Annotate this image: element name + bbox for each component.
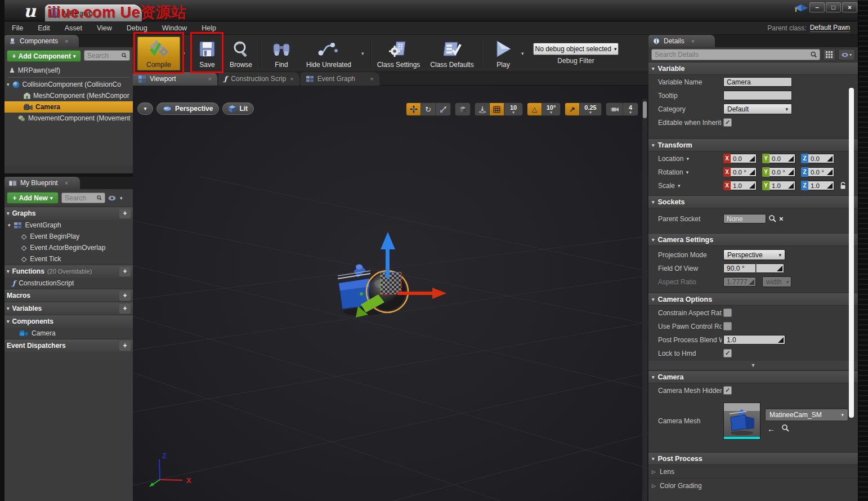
tab-event-graph[interactable]: Event Graph × <box>301 72 379 86</box>
tab-viewport[interactable]: Viewport × <box>133 72 217 86</box>
camera-speed-button[interactable] <box>606 103 623 115</box>
caret-down-icon[interactable]: ▾ <box>686 156 689 162</box>
tree-row-movement-component[interactable]: MovementComponent (Movement <box>5 113 133 124</box>
viewport-options-button[interactable]: ▾ <box>137 102 153 115</box>
section-post-process[interactable]: ▾ Post Process <box>648 452 858 465</box>
compile-button[interactable]: Compile <box>137 37 180 70</box>
item-event-beginplay[interactable]: ◇ Event BeginPlay <box>5 231 133 242</box>
close-tab-icon[interactable]: × <box>65 38 68 44</box>
section-camera-options[interactable]: ▾ Camera Options <box>648 293 858 306</box>
item-camera-variable[interactable]: Camera <box>5 328 133 339</box>
scale-lock-icon[interactable] <box>840 182 846 190</box>
grid-snap-value-button[interactable]: 10 ▾ <box>504 103 522 115</box>
visibility-eye-icon[interactable] <box>108 195 117 201</box>
components-search-input[interactable] <box>87 52 119 60</box>
details-view-options-button[interactable]: ▾ <box>838 49 855 60</box>
menu-edit[interactable]: Edit <box>30 21 57 34</box>
fov-field[interactable]: 90.0 ° <box>723 263 756 273</box>
parent-class-value[interactable]: Default Pawn <box>810 24 850 32</box>
location-z-field[interactable]: Z0.0 <box>801 154 834 163</box>
fov-slider-field[interactable] <box>756 263 784 273</box>
rotation-snap-value-button[interactable]: 10° ▾ <box>542 103 560 115</box>
close-tab-icon[interactable]: × <box>691 38 695 44</box>
parent-socket-field[interactable]: None <box>723 214 766 223</box>
item-construction-script[interactable]: ƒ ConstructionScript <box>5 278 133 289</box>
tab-components[interactable]: Components × <box>5 35 79 47</box>
rotation-snap-toggle[interactable]: △ <box>527 103 542 115</box>
close-tab-icon[interactable]: × <box>370 75 373 82</box>
section-variable[interactable]: ▾ Variable <box>648 62 858 75</box>
add-component-button[interactable]: + Add Component ▾ <box>7 50 81 62</box>
menu-window[interactable]: Window <box>155 21 194 34</box>
row-color-grading[interactable]: ▷ Color Grading <box>648 479 858 492</box>
variable-name-field[interactable]: Camera <box>723 77 792 87</box>
browse-to-asset-icon[interactable] <box>782 424 789 432</box>
tab-construction-script[interactable]: ƒ Construction Scrip × <box>218 72 299 86</box>
section-camera-settings[interactable]: ▾ Camera Settings <box>648 233 858 246</box>
hide-unrelated-button[interactable]: Hide Unrelated <box>299 37 358 70</box>
tree-row-camera-selected[interactable]: Camera <box>5 101 133 113</box>
surface-snap-button[interactable] <box>475 103 490 115</box>
section-macros[interactable]: Macros + <box>5 289 133 302</box>
class-defaults-button[interactable]: Class Defaults <box>427 37 477 70</box>
socket-search-icon[interactable] <box>769 215 776 222</box>
close-tab-icon[interactable]: × <box>290 75 293 82</box>
use-selected-arrow-icon[interactable]: ← <box>767 424 775 433</box>
camera-mesh-thumbnail[interactable] <box>723 402 760 440</box>
my-blueprint-search[interactable] <box>61 193 105 203</box>
menu-debug[interactable]: Debug <box>119 21 155 34</box>
lock-hmd-checkbox[interactable]: ✓ <box>723 349 732 357</box>
asset-window-tab[interactable]: MRPawn <box>45 5 142 21</box>
scale-y-field[interactable]: Y1.0 <box>762 181 795 190</box>
menu-view[interactable]: View <box>90 21 119 34</box>
section-functions[interactable]: ▾ Functions (20 Overridable) + <box>5 265 133 278</box>
lit-button[interactable]: Lit <box>222 102 254 115</box>
scale-x-field[interactable]: X1.0 <box>723 181 757 190</box>
viewport-3d-canvas[interactable]: X Z ▾ Perspective <box>133 86 648 501</box>
details-scrollbar[interactable] <box>849 88 854 418</box>
save-button[interactable]: Save <box>193 37 222 70</box>
property-matrix-button[interactable] <box>823 49 835 60</box>
constrain-checkbox[interactable] <box>723 308 732 317</box>
section-components-vars[interactable]: ▾ Components <box>5 315 133 328</box>
rotation-z-field[interactable]: Z0.0 ° <box>801 167 834 177</box>
item-event-graph[interactable]: ▾ EventGraph <box>5 220 133 231</box>
components-search[interactable] <box>84 50 130 61</box>
add-graph-button[interactable]: + <box>119 209 131 218</box>
advanced-expander-button[interactable]: ▼ <box>648 361 858 369</box>
close-tab-icon[interactable]: × <box>208 75 212 82</box>
world-local-cube-button[interactable] <box>455 103 470 115</box>
use-pawn-checkbox[interactable] <box>723 322 732 330</box>
perspective-button[interactable]: Perspective <box>156 102 219 115</box>
grid-snap-toggle[interactable] <box>490 103 504 115</box>
expand-caret-icon[interactable]: ▾ <box>7 82 10 87</box>
add-macro-button[interactable]: + <box>119 291 131 301</box>
add-variable-button[interactable]: + <box>119 304 131 314</box>
section-variables[interactable]: ▾ Variables + <box>5 302 133 315</box>
tooltip-field[interactable] <box>723 91 792 100</box>
rotation-y-field[interactable]: Y0.0 ° <box>762 167 795 177</box>
close-tab-icon[interactable]: × <box>65 180 68 186</box>
hide-unrelated-caret[interactable]: ▾ <box>361 51 364 56</box>
tree-row-mesh-component[interactable]: MeshComponent (MeshCompor <box>5 90 133 101</box>
browse-button[interactable]: Browse <box>225 37 257 70</box>
camera-mesh-dropdown[interactable]: MatineeCam_SM ▾ <box>765 409 848 421</box>
editable-checkbox[interactable]: ✓ <box>723 118 732 127</box>
tree-row-mrpawn-self[interactable]: ♟ MRPawn(self) <box>5 65 133 76</box>
rotate-tool-button[interactable]: ↻ <box>421 103 436 115</box>
maximize-button[interactable]: □ <box>826 2 841 12</box>
section-graphs[interactable]: ▾ Graphs + <box>5 207 133 220</box>
item-event-tick[interactable]: ◇ Event Tick <box>5 253 133 265</box>
section-camera[interactable]: ▾ Camera <box>648 370 858 383</box>
menu-help[interactable]: Help <box>194 21 223 34</box>
caret-down-icon[interactable]: ▾ <box>678 183 681 189</box>
close-button[interactable]: × <box>842 2 857 12</box>
expand-caret-icon[interactable]: ▾ <box>8 222 11 228</box>
details-search[interactable] <box>651 49 820 60</box>
scale-snap-value-button[interactable]: 0.25 ▾ <box>580 103 601 115</box>
move-tool-button[interactable] <box>406 103 421 115</box>
scale-tool-button[interactable] <box>436 103 450 115</box>
category-dropdown[interactable]: Default ▾ <box>723 104 792 114</box>
blend-field[interactable]: 1.0 <box>723 335 785 345</box>
details-search-input[interactable] <box>655 51 808 59</box>
